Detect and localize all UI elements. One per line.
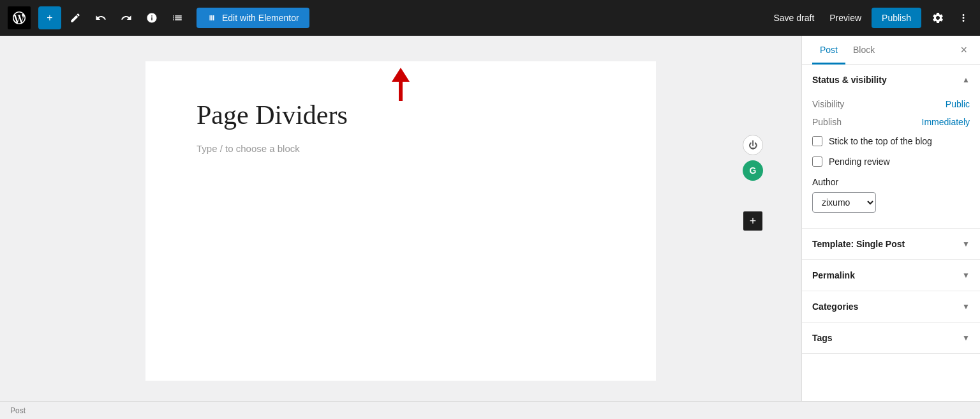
elementor-icon — [207, 13, 217, 23]
post-title[interactable]: Page Dividers — [197, 100, 605, 130]
pending-review-checkbox[interactable] — [812, 156, 822, 167]
toolbar: + Edit with Elementor Save draft Preview… — [0, 0, 980, 36]
grammarly-button[interactable]: G — [743, 160, 763, 181]
author-select[interactable]: zixumo — [812, 192, 876, 213]
publish-button[interactable]: Publish — [872, 8, 921, 28]
toolbar-right: Save draft Preview Publish — [768, 6, 972, 29]
wp-logo — [8, 6, 31, 29]
sidebar: Post Block × Status & visibility ▲ Visib… — [801, 36, 980, 401]
add-block-button[interactable]: + — [38, 6, 61, 29]
tags-header[interactable]: Tags ▼ — [802, 323, 980, 353]
permalink-section: Permalink ▼ — [802, 260, 980, 291]
arrow-up-icon — [392, 68, 410, 82]
tab-block[interactable]: Block — [845, 36, 882, 65]
add-block-square-button[interactable]: + — [743, 211, 762, 231]
template-chevron-icon: ▼ — [962, 240, 970, 248]
tab-post[interactable]: Post — [812, 36, 845, 65]
arrow-indicator — [392, 68, 410, 101]
editor-area: Page Dividers Type / to choose a block ⏻… — [0, 36, 801, 401]
settings-button[interactable] — [926, 6, 949, 29]
pencil-icon — [70, 12, 81, 24]
tags-chevron-icon: ▼ — [962, 333, 970, 342]
publish-label: Publish — [812, 117, 842, 127]
power-icon-button[interactable]: ⏻ — [743, 135, 763, 155]
undo-button[interactable] — [89, 6, 112, 29]
stick-to-top-row: Stick to the top of the blog — [812, 131, 970, 151]
more-options-button[interactable] — [954, 6, 972, 29]
sidebar-tabs: Post Block × — [802, 36, 980, 65]
info-button[interactable] — [140, 6, 163, 29]
editor-canvas: Page Dividers Type / to choose a block — [145, 61, 656, 381]
save-draft-button[interactable]: Save draft — [768, 9, 819, 27]
categories-chevron-icon: ▼ — [962, 302, 970, 311]
redo-button[interactable] — [115, 6, 138, 29]
info-icon — [146, 12, 158, 24]
author-section: Author zixumo — [812, 172, 970, 218]
wordpress-icon — [13, 11, 26, 24]
categories-title: Categories — [812, 301, 858, 312]
block-placeholder[interactable]: Type / to choose a block — [197, 143, 605, 154]
permalink-title: Permalink — [812, 270, 855, 280]
preview-button[interactable]: Preview — [824, 9, 866, 27]
permalink-header[interactable]: Permalink ▼ — [802, 260, 980, 291]
visibility-row: Visibility Public — [812, 95, 970, 113]
edit-with-elementor-button[interactable]: Edit with Elementor — [197, 8, 309, 28]
list-icon — [172, 12, 183, 24]
template-section: Template: Single Post ▼ — [802, 229, 980, 260]
arrow-stem — [399, 82, 403, 101]
more-vertical-icon — [958, 12, 969, 24]
tags-title: Tags — [812, 333, 833, 343]
redo-icon — [121, 12, 132, 24]
visibility-label: Visibility — [812, 99, 844, 109]
main-area: Page Dividers Type / to choose a block ⏻… — [0, 36, 980, 401]
status-bar: Post — [0, 401, 980, 419]
status-visibility-section: Status & visibility ▲ Visibility Public … — [802, 65, 980, 229]
status-visibility-title: Status & visibility — [812, 75, 887, 85]
categories-header[interactable]: Categories ▼ — [802, 291, 980, 322]
tags-section: Tags ▼ — [802, 323, 980, 354]
edit-elementor-label: Edit with Elementor — [222, 13, 299, 23]
status-chevron-icon: ▲ — [962, 75, 970, 84]
visibility-value[interactable]: Public — [946, 99, 970, 109]
categories-section: Categories ▼ — [802, 291, 980, 323]
status-visibility-content: Visibility Public Publish Immediately St… — [802, 95, 980, 228]
gear-icon — [932, 11, 944, 24]
status-bar-label: Post — [10, 406, 26, 415]
undo-icon — [95, 12, 107, 24]
list-view-button[interactable] — [166, 6, 189, 29]
pending-review-label: Pending review — [829, 156, 890, 167]
template-title: Template: Single Post — [812, 239, 905, 249]
edit-pencil-button[interactable] — [64, 6, 87, 29]
author-label: Author — [812, 177, 970, 187]
permalink-chevron-icon: ▼ — [962, 271, 970, 280]
pending-review-row: Pending review — [812, 151, 970, 172]
publish-row: Publish Immediately — [812, 113, 970, 131]
status-visibility-header[interactable]: Status & visibility ▲ — [802, 65, 980, 95]
sidebar-close-button[interactable]: × — [958, 41, 970, 59]
template-header[interactable]: Template: Single Post ▼ — [802, 229, 980, 259]
stick-to-top-checkbox[interactable] — [812, 136, 822, 146]
block-tools: ⏻ G + — [743, 135, 763, 231]
stick-to-top-label: Stick to the top of the blog — [829, 136, 932, 146]
publish-value[interactable]: Immediately — [922, 117, 970, 127]
